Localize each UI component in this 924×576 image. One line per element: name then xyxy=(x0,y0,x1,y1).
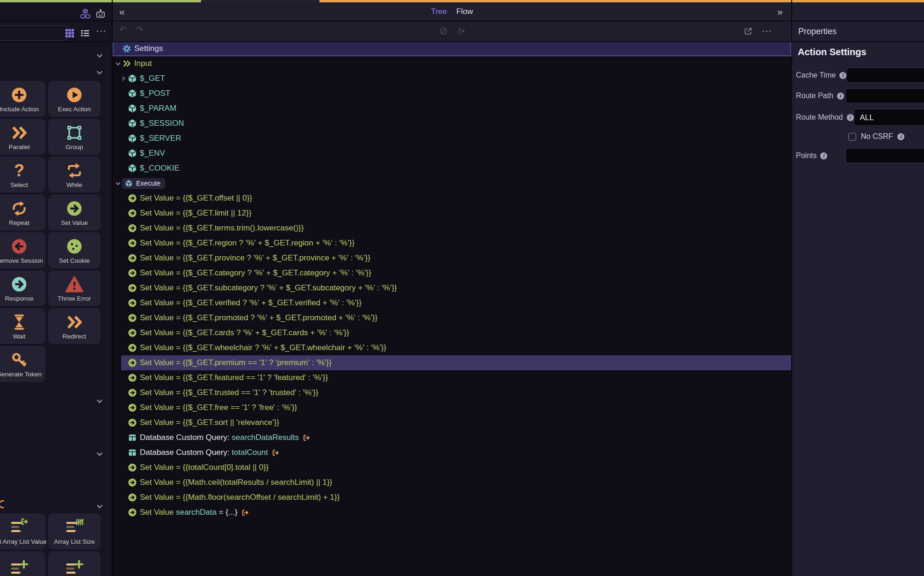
action-settings-heading: Action Settings xyxy=(798,47,924,58)
tree-row[interactable]: Database Custom Query: searchDataResults xyxy=(113,430,791,445)
expander-down-icon[interactable] xyxy=(114,60,122,67)
cache-time-input[interactable] xyxy=(846,68,924,83)
palette-more-icon[interactable]: ··· xyxy=(96,27,107,36)
action-card-repeat[interactable]: Repeat xyxy=(0,194,45,230)
action-card-array-list-size[interactable]: Array List Size xyxy=(48,513,101,549)
tree-row[interactable]: Execute xyxy=(113,176,791,191)
info-icon[interactable]: i xyxy=(837,93,844,100)
execute-chip[interactable]: Execute xyxy=(122,178,165,189)
panel-divider xyxy=(112,0,113,576)
points-input[interactable] xyxy=(845,148,924,163)
action-card-throw-error[interactable]: Throw Error xyxy=(48,270,101,306)
redo-icon[interactable]: ↷ xyxy=(136,24,144,35)
action-card-include-action[interactable]: Include Action xyxy=(0,81,45,117)
section-chevron-down-icon[interactable] xyxy=(95,51,104,60)
tree-row[interactable]: Set Value = {{$_GET.verified ? '%' + $_G… xyxy=(113,295,791,310)
tab-tree[interactable]: Tree xyxy=(431,7,447,16)
output-step-icon[interactable] xyxy=(457,27,466,36)
tree-row[interactable]: Set Value = {{Math.floor(searchOffset / … xyxy=(113,490,791,505)
tree-row[interactable]: Set Value = {{totalCount[0].total || 0}} xyxy=(113,460,791,475)
cube-icon xyxy=(128,119,137,128)
tree-row[interactable]: $_ENV xyxy=(113,146,791,161)
actions-palette-panel: ··· Include ActionExec ActionParallelGro… xyxy=(0,2,112,576)
tree-row[interactable]: Set Value = {{$_GET.limit || 12}} xyxy=(113,206,791,221)
tree-row[interactable]: Set Value = {{$_GET.trusted == '1' ? 'tr… xyxy=(113,385,791,400)
action-card-set-cookie[interactable]: Set Cookie xyxy=(48,232,101,268)
action-card-set-array-list-value[interactable]: Set Array List Value xyxy=(0,513,45,549)
action-card-exec-action[interactable]: Exec Action xyxy=(48,81,101,117)
tree-row-text: Set Value = {{$_GET.promoted ? '%' + $_G… xyxy=(140,313,377,323)
tree-row[interactable]: Set Value = {{$_GET.sort || 'relevance'}… xyxy=(113,415,791,430)
tree-row[interactable]: $_COOKIE xyxy=(113,161,791,176)
action-card-group[interactable]: Group xyxy=(48,119,101,155)
route-path-row: Route Pathi xyxy=(796,88,924,103)
tree-row[interactable]: Set Value = {{$_GET.premium == '1' ? 'pr… xyxy=(113,355,791,370)
disable-step-icon[interactable] xyxy=(439,27,448,36)
info-icon[interactable]: i xyxy=(820,152,827,159)
tree-row[interactable]: Set Value = {{$_GET.terms.trim().lowerca… xyxy=(113,221,791,236)
tree-row[interactable]: Set Value = {{$_GET.cards ? '%' + $_GET.… xyxy=(113,325,791,340)
tree-row[interactable]: Set Value searchData = {...} xyxy=(113,505,791,520)
cube-icon xyxy=(128,74,137,83)
tree-row[interactable]: $_PARAM xyxy=(113,101,791,116)
tree-row[interactable]: Set Value = {{$_GET.featured == '1' ? 'f… xyxy=(113,370,791,385)
expander-right-icon[interactable] xyxy=(119,75,128,82)
palette-search-input[interactable] xyxy=(0,25,71,41)
open-in-new-icon[interactable] xyxy=(743,26,754,37)
route-method-select[interactable]: ALL xyxy=(854,109,924,126)
tree-row[interactable]: $_SESSION xyxy=(113,116,791,131)
tree-row[interactable]: Set Value = {{$_GET.wheelchair ? '%' + $… xyxy=(113,340,791,355)
info-icon[interactable]: i xyxy=(839,72,846,79)
action-card-set-value[interactable]: Set Value xyxy=(48,194,101,230)
action-card-wait[interactable]: Wait xyxy=(0,308,45,344)
tab-flow[interactable]: Flow xyxy=(456,7,473,16)
action-card-redirect[interactable]: Redirect xyxy=(48,308,101,344)
grid-view-icon[interactable] xyxy=(65,29,74,38)
action-card-remove-session[interactable]: Remove Session xyxy=(0,232,45,268)
tree-row-text: Set Value = {{$_GET.sort || 'relevance'}… xyxy=(140,418,279,427)
undo-icon[interactable]: ↶ xyxy=(119,24,127,35)
export-orange-icon[interactable] xyxy=(271,448,280,457)
tree-row[interactable]: Input xyxy=(113,56,791,71)
export-orange-icon[interactable] xyxy=(302,433,311,442)
tree-row-text: $_ENV xyxy=(140,149,165,158)
no-csrf-checkbox[interactable] xyxy=(848,133,856,141)
tree-row[interactable]: Database Custom Query: totalCount xyxy=(113,445,791,460)
action-card-clipped[interactable] xyxy=(0,551,45,576)
tree-row[interactable]: $_POST xyxy=(113,86,791,101)
action-card-clipped[interactable] xyxy=(48,551,101,576)
tree-row-text: Input xyxy=(134,59,152,68)
info-icon[interactable]: i xyxy=(897,133,904,140)
action-card-generate-token[interactable]: Generate Token xyxy=(0,346,45,382)
tree-row[interactable]: Set Value = {{Math.ceil(totalResults / s… xyxy=(113,475,791,490)
section-chevron-down-icon[interactable] xyxy=(95,502,104,511)
section-chevron-down-icon[interactable] xyxy=(95,450,104,458)
action-card-parallel[interactable]: Parallel xyxy=(0,119,45,155)
list-view-icon[interactable] xyxy=(80,29,90,38)
play-circle-icon xyxy=(64,85,85,105)
tree-row[interactable]: Set Value = {{$_GET.region ? '%' + $_GET… xyxy=(113,236,791,251)
export-orange-icon[interactable] xyxy=(241,508,250,517)
section-chevron-down-icon[interactable] xyxy=(95,68,104,77)
list-tally-icon xyxy=(64,518,85,537)
action-card-response[interactable]: Response xyxy=(0,270,45,306)
tree-row[interactable]: Set Value = {{$_GET.offset || 0}} xyxy=(113,191,791,206)
set-value-icon xyxy=(128,418,137,427)
action-card-while[interactable]: While xyxy=(48,157,101,193)
header-more-icon[interactable]: ··· xyxy=(762,27,772,36)
tree-row[interactable]: Set Value = {{$_GET.category ? '%' + $_G… xyxy=(113,266,791,281)
tree-row[interactable]: Set Value = {{$_GET.province ? '%' + $_G… xyxy=(113,251,791,266)
tree-row[interactable]: $_SERVER xyxy=(113,131,791,146)
tree-row[interactable]: $_GET xyxy=(113,71,791,86)
route-path-input[interactable] xyxy=(845,88,924,103)
tree-row[interactable]: Set Value = {{$_GET.free == '1' ? 'free'… xyxy=(113,400,791,415)
tree-row[interactable]: Set Value = {{$_GET.promoted ? '%' + $_G… xyxy=(113,310,791,325)
action-card-select[interactable]: ?Select xyxy=(0,157,45,193)
section-chevron-down-icon[interactable] xyxy=(95,397,104,405)
tree-row[interactable]: Settings xyxy=(113,41,791,56)
expander-down-icon[interactable] xyxy=(114,180,122,187)
robot-assistant-icon[interactable] xyxy=(94,8,107,20)
info-icon[interactable]: i xyxy=(847,114,854,121)
tree-row[interactable]: Set Value = {{$_GET.subcategory ? '%' + … xyxy=(113,281,791,295)
components-cubes-icon[interactable] xyxy=(79,8,91,20)
